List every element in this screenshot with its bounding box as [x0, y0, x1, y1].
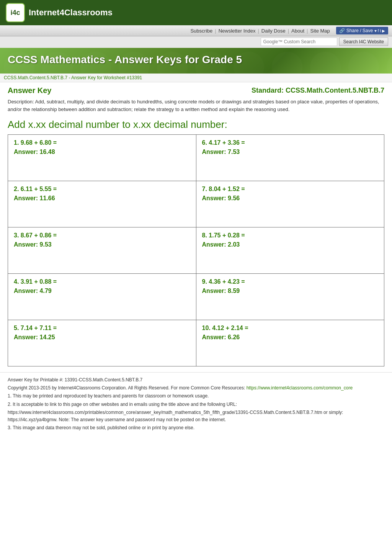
- problem-question-5: 5. 7.14 + 7.11 =: [14, 325, 190, 332]
- problem-cell-9: 9. 4.36 + 4.23 = Answer: 8.59: [196, 274, 384, 320]
- site-name: Internet4Classrooms: [29, 8, 113, 18]
- nav-links: Subscribe | Newsletter Index | Daily Dos…: [188, 28, 332, 34]
- footer-note1: 1. This may be printed and reproduced by…: [8, 392, 384, 400]
- problem-question-1: 1. 9.68 + 6.80 =: [14, 139, 190, 146]
- problem-question-2: 2. 6.11 + 5.55 =: [14, 186, 190, 193]
- problem-answer-3: Answer: 9.53: [14, 241, 190, 248]
- nav-subscribe[interactable]: Subscribe: [188, 28, 215, 34]
- problem-cell-3: 3. 8.67 + 0.86 = Answer: 9.53: [8, 227, 196, 273]
- problems-row-3: 3. 8.67 + 0.86 = Answer: 9.53 8. 1.75 + …: [8, 227, 384, 274]
- problem-cell-4: 4. 3.91 + 0.88 = Answer: 4.79: [8, 274, 196, 320]
- nav-daily-dose[interactable]: Daily Dose: [259, 28, 288, 34]
- problem-answer-5: Answer: 14.25: [14, 334, 190, 341]
- footer-line1: Answer Key for Printable #: 13391-CCSS.M…: [8, 376, 384, 384]
- section-title: Add x.xx decimal number to x.xx decimal …: [8, 119, 384, 131]
- problems-row-5: 5. 7.14 + 7.11 = Answer: 14.25 10. 4.12 …: [8, 320, 384, 366]
- problems-row-1: 1. 9.68 + 6.80 = Answer: 16.48 6. 4.17 +…: [8, 135, 384, 181]
- problem-answer-9: Answer: 8.59: [202, 288, 379, 294]
- problem-cell-6: 6. 4.17 + 3.36 = Answer: 7.53: [196, 135, 384, 181]
- problem-answer-2: Answer: 11.66: [14, 195, 190, 202]
- search-bar: Search I4C Website: [0, 36, 392, 48]
- problem-question-3: 3. 8.67 + 0.86 =: [14, 232, 190, 239]
- footer: Answer Key for Printable #: 13391-CCSS.M…: [0, 372, 392, 436]
- footer-url: https://www.internet4classrooms.com/prin…: [8, 409, 384, 423]
- footer-line2: Copyright 2013-2015 by Internet4Classroo…: [8, 384, 384, 392]
- problem-answer-1: Answer: 16.48: [14, 149, 190, 155]
- share-icons: ♥ f t ▶: [374, 29, 385, 33]
- content-area: Answer Key Standard: CCSS.Math.Content.5…: [0, 82, 392, 372]
- problem-cell-10: 10. 4.12 + 2.14 = Answer: 6.26: [196, 320, 384, 366]
- problem-question-7: 7. 8.04 + 1.52 =: [202, 186, 379, 193]
- problem-cell-8: 8. 1.75 + 0.28 = Answer: 2.03: [196, 227, 384, 273]
- problems-row-4: 4. 3.91 + 0.88 = Answer: 4.79 9. 4.36 + …: [8, 274, 384, 320]
- problem-cell-7: 7. 8.04 + 1.52 = Answer: 9.56: [196, 181, 384, 227]
- problem-question-6: 6. 4.17 + 3.36 =: [202, 139, 379, 146]
- share-save-button[interactable]: 🔗 Share / Save ♥ f t ▶: [336, 27, 388, 34]
- breadcrumb: CCSS.Math.Content.5.NBT.B.7 - Answer Key…: [0, 74, 392, 82]
- nav-bar: Subscribe | Newsletter Index | Daily Dos…: [0, 25, 392, 36]
- search-button[interactable]: Search I4C Website: [339, 38, 389, 46]
- problem-question-8: 8. 1.75 + 0.28 =: [202, 232, 379, 239]
- footer-note2: 2. It is acceptable to link to this page…: [8, 401, 384, 408]
- problem-answer-7: Answer: 9.56: [202, 195, 379, 202]
- problem-question-9: 9. 4.36 + 4.23 =: [202, 278, 379, 285]
- share-icon: 🔗: [339, 28, 345, 33]
- problem-cell-5: 5. 7.14 + 7.11 = Answer: 14.25: [8, 320, 196, 366]
- answer-key-header: Answer Key Standard: CCSS.Math.Content.5…: [8, 86, 384, 95]
- hero-banner: CCSS Mathematics - Answer Keys for Grade…: [0, 48, 392, 74]
- site-header: i4c Internet4Classrooms: [0, 0, 392, 25]
- logo-icon: i4c: [6, 3, 25, 22]
- breadcrumb-link[interactable]: CCSS.Math.Content.5.NBT.B.7 - Answer Key…: [4, 75, 142, 80]
- standard-label: Standard: CCSS.Math.Content.5.NBT.B.7: [252, 87, 384, 95]
- problem-answer-6: Answer: 7.53: [202, 149, 379, 155]
- description: Description: Add, subtract, multiply, an…: [8, 98, 384, 113]
- problem-question-10: 10. 4.12 + 2.14 =: [202, 325, 379, 332]
- problem-cell-1: 1. 9.68 + 6.80 = Answer: 16.48: [8, 135, 196, 181]
- logo-container: i4c Internet4Classrooms: [6, 3, 113, 22]
- footer-note3: 3. This image and data thereon may not b…: [8, 424, 384, 432]
- problem-answer-10: Answer: 6.26: [202, 334, 379, 341]
- problem-answer-8: Answer: 2.03: [202, 241, 379, 248]
- nav-site-map[interactable]: Site Map: [308, 28, 332, 34]
- answer-key-title: Answer Key: [8, 86, 52, 95]
- problem-question-4: 4. 3.91 + 0.88 =: [14, 278, 190, 285]
- problems-row-2: 2. 6.11 + 5.55 = Answer: 11.66 7. 8.04 +…: [8, 181, 384, 227]
- footer-copyright-link[interactable]: https://www.internet4classrooms.com/comm…: [247, 385, 353, 391]
- nav-newsletter-index[interactable]: Newsletter Index: [216, 28, 258, 34]
- problem-answer-4: Answer: 4.79: [14, 288, 190, 294]
- problem-cell-2: 2. 6.11 + 5.55 = Answer: 11.66: [8, 181, 196, 227]
- page-title: CCSS Mathematics - Answer Keys for Grade…: [8, 54, 384, 66]
- problems-grid: 1. 9.68 + 6.80 = Answer: 16.48 6. 4.17 +…: [8, 134, 384, 366]
- search-input[interactable]: [261, 38, 337, 46]
- nav-about[interactable]: About: [289, 28, 307, 34]
